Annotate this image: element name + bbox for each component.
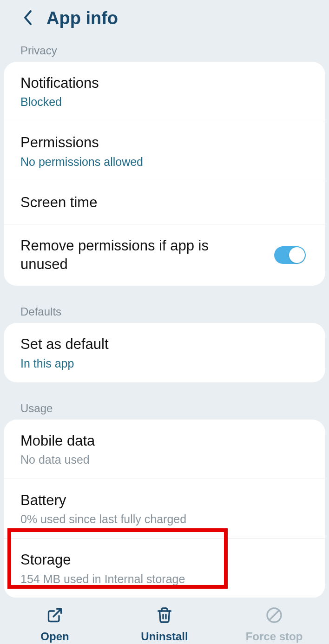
uninstall-button[interactable]: Uninstall — [110, 607, 219, 643]
setdefault-sub: In this app — [20, 357, 109, 370]
storage-sub: 154 MB used in Internal storage — [20, 572, 185, 586]
storage-row[interactable]: Storage 154 MB used in Internal storage — [4, 538, 325, 598]
remove-perms-title: Remove permissions if app is unused — [20, 237, 253, 274]
forcestop-label: Force stop — [246, 630, 303, 643]
permissions-sub: No permissions allowed — [20, 155, 143, 169]
battery-sub: 0% used since last fully charged — [20, 513, 186, 526]
battery-title: Battery — [20, 491, 186, 510]
back-icon[interactable] — [22, 9, 33, 28]
svg-line-4 — [270, 611, 279, 620]
mobiledata-row[interactable]: Mobile data No data used — [4, 420, 325, 479]
svg-line-0 — [53, 609, 61, 617]
battery-row[interactable]: Battery 0% used since last fully charged — [4, 479, 325, 538]
open-label: Open — [40, 630, 69, 643]
open-button[interactable]: Open — [0, 607, 109, 643]
notifications-title: Notifications — [20, 74, 99, 92]
page-title: App info — [46, 8, 118, 28]
remove-perms-toggle[interactable] — [274, 246, 306, 264]
trash-icon — [156, 607, 173, 625]
section-header-privacy: Privacy — [0, 37, 329, 62]
forcestop-button: Force stop — [220, 607, 329, 643]
permissions-title: Permissions — [20, 133, 143, 152]
remove-perms-row[interactable]: Remove permissions if app is unused — [4, 224, 325, 286]
bottom-action-bar: Open Uninstall Force stop — [0, 598, 329, 644]
storage-title: Storage — [20, 551, 185, 569]
open-icon — [46, 607, 63, 625]
section-header-usage: Usage — [0, 394, 329, 420]
privacy-card: Notifications Blocked Permissions No per… — [4, 62, 325, 286]
notifications-row[interactable]: Notifications Blocked — [4, 62, 325, 121]
section-header-defaults: Defaults — [0, 298, 329, 323]
setdefault-title: Set as default — [20, 335, 109, 354]
usage-card: Mobile data No data used Battery 0% used… — [4, 420, 325, 598]
permissions-row[interactable]: Permissions No permissions allowed — [4, 121, 325, 180]
stop-icon — [266, 607, 283, 625]
mobiledata-title: Mobile data — [20, 432, 95, 450]
uninstall-label: Uninstall — [141, 630, 188, 643]
notifications-sub: Blocked — [20, 95, 99, 109]
setdefault-row[interactable]: Set as default In this app — [4, 323, 325, 382]
screentime-row[interactable]: Screen time — [4, 181, 325, 224]
toggle-knob — [289, 247, 305, 263]
defaults-card: Set as default In this app — [4, 323, 325, 382]
screentime-title: Screen time — [20, 193, 97, 212]
mobiledata-sub: No data used — [20, 453, 95, 467]
app-info-header: App info — [0, 0, 329, 37]
